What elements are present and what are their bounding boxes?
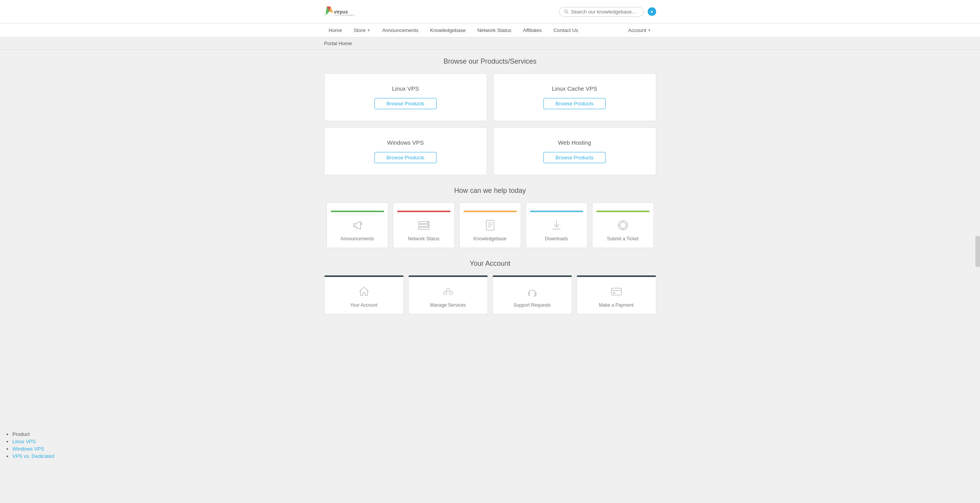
support-requests-label: Support Requests	[497, 302, 568, 308]
help-section-title: How can we help today	[324, 187, 656, 195]
help-card-network-status[interactable]: Network Status	[393, 203, 455, 248]
account-card-support-requests[interactable]: Support Requests	[493, 275, 572, 314]
svg-text:virpus: virpus	[334, 9, 348, 15]
nav-contact-us[interactable]: Contact Us	[549, 24, 583, 37]
scroll-indicator[interactable]	[975, 236, 980, 267]
linux-vps-title: Linux VPS	[332, 85, 479, 92]
submit-ticket-bar	[596, 211, 650, 212]
products-grid: Linux VPS Browse Products Linux Cache VP…	[324, 73, 656, 175]
nav: Home Store ▼ Announcements Knowledgebase…	[0, 24, 980, 37]
svg-point-24	[443, 292, 447, 295]
help-card-downloads[interactable]: Downloads	[526, 203, 587, 248]
product-card-linux-vps: Linux VPS Browse Products	[324, 73, 487, 121]
svg-text:Virtual Private Managed Server: Virtual Private Managed Server	[334, 14, 355, 16]
product-card-linux-cache-vps: Linux Cache VPS Browse Products	[493, 73, 656, 121]
linux-cache-vps-browse-button[interactable]: Browse Products	[543, 98, 605, 109]
search-bar[interactable]	[559, 7, 644, 17]
web-hosting-browse-button[interactable]: Browse Products	[543, 152, 605, 163]
product-card-web-hosting: Web Hosting Browse Products	[493, 127, 656, 175]
nav-announcements[interactable]: Announcements	[377, 24, 423, 37]
svg-point-12	[427, 225, 428, 226]
account-dropdown-icon: ▼	[648, 28, 652, 32]
windows-vps-browse-button[interactable]: Browse Products	[374, 152, 436, 163]
logo[interactable]: virpus Virtual Private Managed Server	[324, 4, 355, 19]
ticket-icon	[616, 218, 630, 232]
windows-vps-title: Windows VPS	[332, 139, 479, 146]
services-icon	[441, 285, 455, 299]
your-account-label: Your Account	[328, 302, 399, 308]
network-status-bar	[397, 211, 450, 212]
nav-account[interactable]: Account ▼	[624, 24, 656, 37]
support-icon	[525, 285, 539, 299]
search-input[interactable]	[571, 9, 638, 15]
nav-store[interactable]: Store ▼	[349, 24, 375, 37]
products-section-title: Browse our Products/Services	[324, 57, 656, 66]
svg-point-11	[427, 222, 428, 223]
help-section: How can we help today Announcements	[324, 187, 656, 248]
breadcrumb: Portal Home	[317, 37, 664, 49]
network-icon	[417, 218, 431, 232]
svg-point-23	[447, 289, 450, 292]
account-card-manage-services[interactable]: Manage Services	[408, 275, 488, 314]
nav-knowledgebase[interactable]: Knowledgebase	[425, 24, 471, 37]
svg-rect-13	[486, 220, 494, 230]
account-cards: Your Account Manage Services	[324, 275, 656, 314]
product-card-windows-vps: Windows VPS Browse Products	[324, 127, 487, 175]
account-card-make-payment[interactable]: Make a Payment	[577, 275, 656, 314]
announcements-label: Announcements	[331, 236, 384, 241]
main-content: Browse our Products/Services Linux VPS B…	[317, 50, 664, 334]
account-card-your-account[interactable]: Your Account	[324, 275, 404, 314]
svg-line-6	[567, 12, 568, 14]
manage-services-label: Manage Services	[413, 302, 484, 308]
svg-point-25	[450, 292, 453, 295]
notification-button[interactable]: ●	[648, 7, 656, 16]
announcements-bar	[331, 211, 384, 212]
download-icon	[550, 218, 564, 232]
svg-rect-28	[611, 288, 621, 295]
account-section: Your Account Your Account	[324, 260, 656, 314]
products-section: Browse our Products/Services Linux VPS B…	[324, 57, 656, 175]
help-card-knowledgebase[interactable]: Knowledgebase	[459, 203, 521, 248]
search-icon	[564, 9, 569, 14]
web-hosting-title: Web Hosting	[501, 139, 648, 146]
svg-rect-10	[418, 228, 429, 230]
linux-cache-vps-title: Linux Cache VPS	[501, 85, 648, 92]
home-icon	[357, 285, 371, 299]
linux-vps-browse-button[interactable]: Browse Products	[374, 98, 436, 109]
knowledgebase-label: Knowledgebase	[464, 236, 517, 241]
knowledgebase-bar	[464, 211, 517, 212]
book-icon	[483, 218, 497, 232]
help-cards: Announcements Network Status	[324, 203, 656, 248]
header-right: ●	[559, 7, 656, 17]
nav-affiliates[interactable]: Affiliates	[518, 24, 547, 37]
svg-point-5	[564, 10, 567, 12]
svg-point-18	[620, 222, 626, 228]
payment-icon	[609, 285, 623, 299]
nav-home[interactable]: Home	[324, 24, 347, 37]
make-payment-label: Make a Payment	[581, 302, 652, 308]
megaphone-icon	[350, 218, 364, 232]
help-card-announcements[interactable]: Announcements	[327, 203, 388, 248]
svg-rect-30	[613, 292, 615, 294]
notification-icon: ●	[650, 9, 653, 14]
header: virpus Virtual Private Managed Server ●	[0, 0, 980, 24]
store-dropdown-icon: ▼	[367, 28, 371, 32]
svg-point-7	[361, 223, 362, 224]
downloads-label: Downloads	[530, 236, 583, 241]
submit-ticket-label: Submit a Ticket	[596, 236, 650, 241]
network-status-label: Network Status	[397, 236, 450, 241]
help-card-submit-ticket[interactable]: Submit a Ticket	[592, 203, 654, 248]
nav-network-status[interactable]: Network Status	[473, 24, 516, 37]
downloads-bar	[530, 211, 583, 212]
account-section-title: Your Account	[324, 260, 656, 268]
